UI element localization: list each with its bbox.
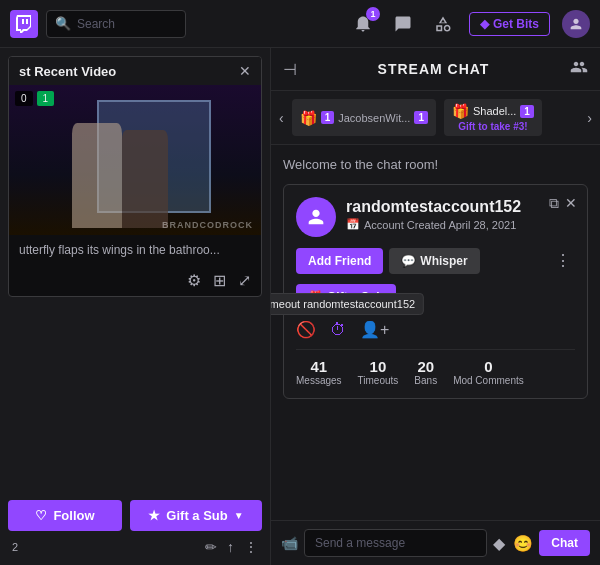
stats-row: 41 Messages 10 Timeouts 20 Bans 0 Mod Co…: [296, 349, 575, 386]
carousel-item-1[interactable]: 🎁 1 JacobsenWit... 1: [292, 99, 436, 136]
meta-icons: ✏ ↑ ⋮: [205, 539, 258, 555]
add-mod-icon[interactable]: 👤+: [360, 320, 389, 339]
user-card-close-icon[interactable]: ✕: [565, 195, 577, 212]
camera-icon[interactable]: 📹: [281, 535, 298, 551]
user-info: randomtestaccount152 📅 Account Created A…: [346, 197, 575, 231]
bans-label: Bans: [414, 375, 437, 386]
share-icon[interactable]: ↑: [227, 539, 234, 555]
carousel-next[interactable]: ›: [579, 110, 600, 126]
nav-right: 1 ◆ Get Bits: [349, 10, 590, 38]
chat-send-button[interactable]: Chat: [539, 530, 590, 556]
welcome-message: Welcome to the chat room!: [283, 153, 588, 176]
timeouts-count: 10: [370, 358, 387, 375]
get-bits-button[interactable]: ◆ Get Bits: [469, 12, 550, 36]
search-icon: 🔍: [55, 16, 71, 31]
video-close-button[interactable]: ✕: [239, 63, 251, 79]
sub-badge-1: 1: [321, 111, 335, 124]
chat-header: ⊣ STREAM CHAT: [271, 48, 600, 91]
stat-timeouts: 10 Timeouts: [358, 358, 399, 386]
chat-messages: Welcome to the chat room! randomtestacco…: [271, 145, 600, 520]
timeouts-label: Timeouts: [358, 375, 399, 386]
video-popup-title: st Recent Video: [19, 64, 116, 79]
mod-icons: 🚫 ⏱ Timeout randomtestaccount152 👤+: [296, 320, 389, 339]
timeout-section: 🚫 ⏱ Timeout randomtestaccount152 👤+: [296, 320, 575, 339]
chat-input-icons: ◆ 😊: [493, 534, 533, 553]
follow-button[interactable]: ♡ Follow: [8, 500, 122, 531]
video-controls: ⚙ ⊞ ⤢: [9, 265, 261, 296]
chat-input-area: 📹 ◆ 😊 Chat: [271, 520, 600, 565]
viewers-icon[interactable]: [570, 58, 588, 80]
left-bottom: ♡ Follow ★ Gift a Sub ▼ 2 ✏ ↑ ⋮: [0, 490, 270, 565]
mod-comments-count: 0: [484, 358, 492, 375]
channel-id: 2: [12, 541, 18, 553]
user-card-avatar: [296, 197, 336, 237]
timeout-tooltip-text: Timeout randomtestaccount152: [271, 293, 424, 315]
gift-sub-button[interactable]: ★ Gift a Sub ▼: [130, 500, 262, 531]
edit-icon[interactable]: ✏: [205, 539, 217, 555]
main-content: st Recent Video ✕ 0 1 BRANDCODROCK utter…: [0, 48, 600, 565]
mod-comments-label: Mod Comments: [453, 375, 524, 386]
diamond-icon[interactable]: ◆: [493, 534, 505, 553]
settings-control-icon[interactable]: ⚙: [187, 271, 201, 290]
username: randomtestaccount152: [346, 197, 575, 216]
video-score: 0 1: [15, 91, 54, 106]
account-created: 📅 Account Created April 28, 2021: [346, 218, 575, 231]
notification-badge: 1: [366, 7, 380, 21]
smiley-icon[interactable]: 😊: [513, 534, 533, 553]
score-right: 1: [37, 91, 55, 106]
scene-figure-1: [72, 123, 122, 228]
action-buttons-row: Add Friend 💬 Whisper ⋮: [296, 247, 575, 274]
sidebar-icon[interactable]: ⊣: [283, 60, 297, 79]
stat-mod-comments: 0 Mod Comments: [453, 358, 524, 386]
left-meta-row: 2 ✏ ↑ ⋮: [8, 539, 262, 555]
gift-icon-2: 🎁: [452, 103, 469, 119]
carousel-prev[interactable]: ‹: [271, 110, 292, 126]
ban-icon[interactable]: 🚫: [296, 320, 316, 339]
left-panel: st Recent Video ✕ 0 1 BRANDCODROCK utter…: [0, 48, 270, 565]
video-thumbnail: 0 1 BRANDCODROCK: [9, 85, 261, 235]
carousel-username-2: Shadel...: [473, 105, 516, 117]
search-placeholder: Search: [77, 17, 115, 31]
user-avatar[interactable]: [562, 10, 590, 38]
messages-btn[interactable]: [389, 10, 417, 38]
stat-bans: 20 Bans: [414, 358, 437, 386]
fullscreen-control-icon[interactable]: ⤢: [238, 271, 251, 290]
carousel-item-2[interactable]: 🎁 Shadel... 1 Gift to take #3!: [444, 99, 542, 136]
chat-panel: ⊣ STREAM CHAT ‹ 🎁 1 JacobsenWit... 1 🎁: [270, 48, 600, 565]
user-card: randomtestaccount152 📅 Account Created A…: [283, 184, 588, 399]
bits-diamond-icon: ◆: [480, 17, 489, 31]
bans-count: 20: [417, 358, 434, 375]
open-in-new-icon[interactable]: ⧉: [549, 195, 559, 212]
gift-icon-1: 🎁: [300, 110, 317, 126]
carousel-count-1: 1: [414, 111, 428, 124]
carousel-items: 🎁 1 JacobsenWit... 1 🎁 Shadel... 1 Gift …: [292, 99, 580, 136]
carousel-username-1: JacobsenWit...: [338, 112, 410, 124]
stat-messages: 41 Messages: [296, 358, 342, 386]
user-card-actions: ⧉ ✕: [549, 195, 577, 212]
left-action-row: ♡ Follow ★ Gift a Sub ▼: [8, 500, 262, 531]
chat-message-input[interactable]: [304, 529, 487, 557]
search-box[interactable]: 🔍 Search: [46, 10, 186, 38]
heart-icon: ♡: [35, 508, 47, 523]
messages-count: 41: [310, 358, 327, 375]
notifications-btn[interactable]: 1: [349, 10, 377, 38]
carousel-count-2: 1: [520, 105, 534, 118]
alerts-btn[interactable]: [429, 10, 457, 38]
whisper-button[interactable]: 💬 Whisper: [389, 248, 479, 274]
video-popup: st Recent Video ✕ 0 1 BRANDCODROCK utter…: [8, 56, 262, 297]
chat-title: STREAM CHAT: [378, 61, 490, 77]
nav-left: 🔍 Search: [10, 10, 341, 38]
gift-carousel: ‹ 🎁 1 JacobsenWit... 1 🎁 Shadel... 1 Gif…: [271, 91, 600, 145]
layout-control-icon[interactable]: ⊞: [213, 271, 226, 290]
video-popup-header: st Recent Video ✕: [9, 57, 261, 85]
more-icon[interactable]: ⋮: [244, 539, 258, 555]
user-more-button[interactable]: ⋮: [551, 247, 575, 274]
chat-bubble-icon: 💬: [401, 254, 416, 268]
add-friend-button[interactable]: Add Friend: [296, 248, 383, 274]
timeout-icon[interactable]: ⏱ Timeout randomtestaccount152: [330, 321, 346, 339]
twitch-logo[interactable]: [10, 10, 38, 38]
video-brand: BRANDCODROCK: [162, 220, 253, 230]
scene-figure-2: [122, 130, 167, 228]
score-left: 0: [15, 91, 33, 106]
video-scene: [9, 85, 261, 235]
